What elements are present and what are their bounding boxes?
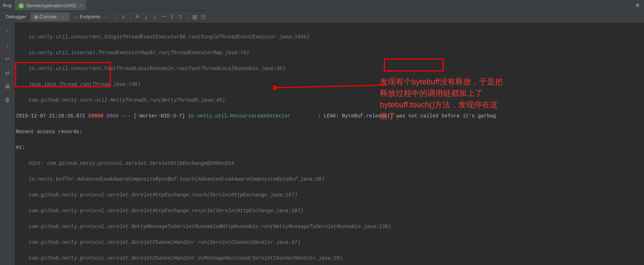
step-over-icon[interactable]: ⭲ xyxy=(160,14,167,20)
main-area: ↑ ↓ ↩ ⇄ 🖶 🗑 io.netty.util.concurrent.Sin… xyxy=(0,23,644,265)
soft-wrap-icon[interactable]: ↩ xyxy=(5,55,10,62)
calculator-icon[interactable]: ▦ xyxy=(191,14,199,20)
close-icon[interactable]: ✕ xyxy=(79,3,82,8)
log-line: com.github.netty.protocol.servlet.NettyM… xyxy=(16,223,644,231)
print-icon[interactable]: 🖶 xyxy=(5,83,10,90)
arrow-right-icon: → xyxy=(102,14,110,20)
run-config-tab[interactable]: ⬤ ServletApplication10002 ✕ xyxy=(15,0,86,10)
log-line-error: 2019-12-07 21:28:26.871 ERROR 8688 --- [… xyxy=(16,112,644,120)
down-stack-icon[interactable]: ⭳ xyxy=(142,14,150,20)
log-line: com.github.netty.protocol.servlet.Servle… xyxy=(16,191,644,199)
tab-debugger[interactable]: Debugger xyxy=(2,13,30,21)
hint-text: Hint: com.github.netty.protocol.servlet.… xyxy=(29,161,210,166)
timestamp: 2019-12-07 21:28:26.871 xyxy=(16,113,85,119)
divider xyxy=(116,13,117,21)
left-gutter: ↑ ↓ ↩ ⇄ 🖶 🗑 xyxy=(0,23,15,265)
run-config-name: ServletApplication10002 xyxy=(26,3,77,8)
log-line: com.github.netty.protocol.servlet.Servle… xyxy=(16,207,644,215)
gear-icon[interactable]: ⚙ xyxy=(635,3,640,8)
tab-endpoints[interactable]: ♨ Endpoints → xyxy=(70,13,114,21)
bug-icon: ⬤ xyxy=(18,3,24,8)
log-line: io.netty.util.internal.ThreadExecutorMap… xyxy=(16,49,644,57)
log-line: com.github.netty.core.util.NettyThreadX.… xyxy=(16,96,644,104)
tab-console-label: Console xyxy=(40,14,57,19)
log-line: io.netty.buffer.AdvancedLeakAwareComposi… xyxy=(16,175,644,183)
log-line: #1: xyxy=(16,144,644,152)
log-line: com.github.netty.protocol.servlet.Servle… xyxy=(16,254,644,262)
pid: 8688 xyxy=(106,113,119,119)
flame-icon: ♨ xyxy=(74,14,78,19)
trash-icon[interactable]: 🗑 xyxy=(5,97,10,103)
arrow-right-icon: → xyxy=(58,14,66,20)
log-line: java.lang.Thread.run(Thread.java:748) xyxy=(16,80,644,88)
separator: --- xyxy=(121,113,130,119)
menu-icon[interactable]: ≡ xyxy=(120,14,128,20)
log-line-hint: Hint: com.github.netty.protocol.servlet.… xyxy=(16,159,644,167)
log-line: Recent access records: xyxy=(16,128,644,136)
logger-name: io.netty.util.ResourceLeakDetector xyxy=(188,113,291,119)
run-tab-bar: Bug: ⬤ ServletApplication10002 ✕ ⚙ xyxy=(0,0,644,11)
console-icon: ▣ xyxy=(34,14,38,19)
down-arrow-icon[interactable]: ↓ xyxy=(6,42,9,48)
debug-subnav: Debugger ▣ Console → ♨ Endpoints → ≡ ≙ ⭳… xyxy=(0,11,644,23)
debug-label: Bug: xyxy=(1,3,15,8)
leak-message: : LEAK: ByteBuf.release() was not called… xyxy=(318,113,496,119)
hint-address: 348ec814 xyxy=(210,161,234,166)
log-line: io.netty.util.concurrent.FastThreadLocal… xyxy=(16,65,644,73)
log-line: io.netty.util.concurrent.SingleThreadEve… xyxy=(16,33,644,41)
console-output[interactable]: io.netty.util.concurrent.SingleThreadEve… xyxy=(15,23,644,265)
up-stack-icon[interactable]: ≙ xyxy=(134,14,142,20)
sliders-icon[interactable]: ☲ xyxy=(199,14,207,20)
scroll-to-end-icon[interactable]: ⇄ xyxy=(5,69,10,76)
tab-console[interactable]: ▣ Console → xyxy=(31,13,70,21)
step-into-icon[interactable]: ↧ xyxy=(168,14,176,20)
thread-name: [-Worker-NIO-3-7] xyxy=(134,113,185,119)
tab-endpoints-label: Endpoints xyxy=(80,14,101,19)
divider xyxy=(130,13,131,21)
step-out-icon[interactable]: ↥ xyxy=(177,14,185,20)
divider xyxy=(188,13,188,21)
log-level: ERROR xyxy=(88,113,104,119)
up-arrow-icon[interactable]: ↑ xyxy=(6,28,9,34)
tab-debugger-label: Debugger xyxy=(6,14,26,19)
down-stack-icon[interactable]: ⭳ xyxy=(151,14,159,20)
log-line: com.github.netty.protocol.servlet.Servle… xyxy=(16,238,644,246)
